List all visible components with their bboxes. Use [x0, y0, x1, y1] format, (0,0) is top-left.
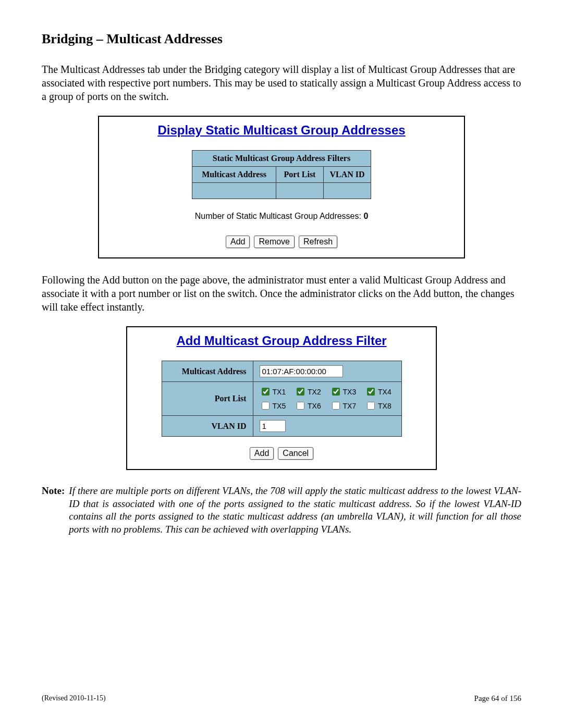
col-multicast-address: Multicast Address: [192, 167, 276, 183]
status-line: Number of Static Multicast Group Address…: [104, 212, 459, 221]
port-checkbox-input[interactable]: [297, 388, 304, 396]
note-body: If there are multiple ports on different…: [69, 485, 521, 536]
port-checkbox-tx5[interactable]: TX5: [260, 400, 290, 411]
port-checkbox-tx1[interactable]: TX1: [260, 386, 290, 397]
refresh-button[interactable]: Refresh: [299, 236, 337, 248]
page-heading: Bridging – Multicast Addresses: [42, 31, 521, 47]
cancel-button[interactable]: Cancel: [278, 447, 313, 460]
port-checkbox-tx3[interactable]: TX3: [330, 386, 360, 397]
port-checkbox-input[interactable]: [297, 402, 304, 410]
form-button-row: Add Cancel: [132, 447, 431, 460]
mid-paragraph: Following the Add button on the page abo…: [42, 273, 521, 314]
port-checkbox-input[interactable]: [332, 388, 340, 396]
footer-page-number: Page 64 of 156: [474, 694, 521, 703]
port-checkbox-input[interactable]: [262, 402, 270, 410]
add-filter-form: Multicast Address Port List TX1TX2TX3TX4…: [162, 361, 402, 437]
port-label: TX1: [273, 388, 286, 396]
port-label: TX2: [308, 388, 321, 396]
page-footer: (Revised 2010-11-15) Page 64 of 156: [42, 694, 521, 703]
filters-table-caption: Static Multicast Group Address Filters: [192, 151, 371, 167]
multicast-address-input[interactable]: [260, 365, 343, 377]
label-vlan-id: VLAN ID: [162, 416, 253, 437]
port-checkbox-tx8[interactable]: TX8: [365, 400, 395, 411]
port-label: TX8: [378, 402, 391, 410]
table-row: [192, 183, 371, 199]
port-checkbox-input[interactable]: [367, 388, 375, 396]
vlan-id-input[interactable]: [260, 420, 286, 432]
port-list-grid: TX1TX2TX3TX4TX5TX6TX7TX8: [260, 386, 395, 411]
col-vlan-id: VLAN ID: [324, 167, 371, 183]
port-checkbox-tx4[interactable]: TX4: [365, 386, 395, 397]
remove-button[interactable]: Remove: [254, 236, 295, 248]
port-checkbox-tx6[interactable]: TX6: [295, 400, 325, 411]
add-filter-title: Add Multicast Group Address Filter: [132, 334, 431, 348]
intro-paragraph: The Multicast Addresses tab under the Br…: [42, 63, 521, 103]
port-label: TX4: [378, 388, 391, 396]
note-block: Note: If there are multiple ports on dif…: [42, 485, 521, 536]
add-button[interactable]: Add: [226, 236, 250, 248]
label-multicast-address: Multicast Address: [162, 361, 253, 382]
form-add-button[interactable]: Add: [250, 447, 274, 460]
display-panel: Display Static Multicast Group Addresses…: [98, 116, 465, 258]
col-port-list: Port List: [276, 167, 324, 183]
port-checkbox-input[interactable]: [262, 388, 270, 396]
port-checkbox-tx2[interactable]: TX2: [295, 386, 325, 397]
port-checkbox-input[interactable]: [332, 402, 340, 410]
button-row: Add Remove Refresh: [104, 236, 459, 248]
port-label: TX6: [308, 402, 321, 410]
port-checkbox-input[interactable]: [367, 402, 375, 410]
status-prefix: Number of Static Multicast Group Address…: [195, 212, 364, 220]
port-checkbox-tx7[interactable]: TX7: [330, 400, 360, 411]
port-label: TX3: [343, 388, 357, 396]
footer-revised: (Revised 2010-11-15): [42, 694, 106, 703]
display-panel-title: Display Static Multicast Group Addresses: [104, 123, 459, 138]
filters-table: Static Multicast Group Address Filters M…: [192, 150, 371, 199]
status-value: 0: [363, 212, 368, 220]
add-filter-panel: Add Multicast Group Address Filter Multi…: [126, 326, 437, 470]
note-label: Note:: [42, 485, 69, 498]
port-label: TX5: [273, 402, 286, 410]
label-port-list: Port List: [162, 382, 253, 416]
port-label: TX7: [343, 402, 357, 410]
